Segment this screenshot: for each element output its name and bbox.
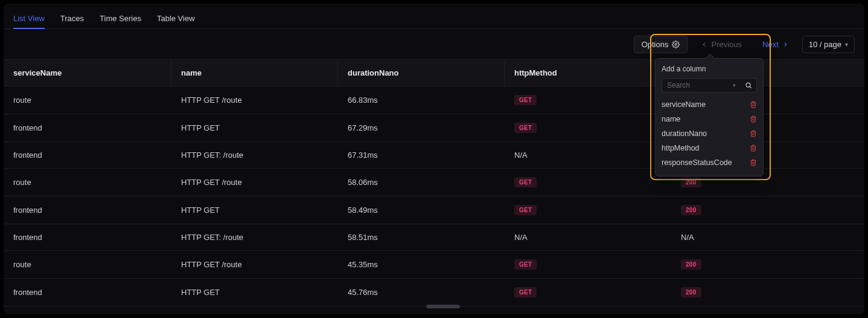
cell-serviceName: route	[4, 86, 171, 114]
svg-point-0	[675, 43, 677, 45]
cell-serviceName: frontend	[4, 307, 171, 314]
cell-name: HTTP GET /route	[171, 251, 338, 278]
cell-serviceName: route	[4, 251, 171, 278]
popover-title: Add a column	[662, 65, 757, 73]
tab-time-series[interactable]: Time Series	[100, 9, 141, 29]
column-chip[interactable]: serviceName	[662, 97, 757, 112]
cell-durationNano: 58.51ms	[338, 224, 505, 250]
cell-durationNano: 67.31ms	[338, 142, 505, 168]
cell-httpMethod: GET	[505, 86, 671, 114]
cell-serviceName: frontend	[4, 142, 171, 168]
status-code-badge: 200	[681, 287, 701, 297]
table-row[interactable]: frontendHTTP GET45.76msGET200	[4, 279, 864, 307]
status-code-badge: 200	[681, 205, 701, 215]
trash-icon[interactable]	[750, 115, 757, 123]
add-column-popover: Add a column ▾ serviceNamenamedurationNa…	[655, 58, 764, 177]
column-search-row: ▾	[662, 78, 757, 92]
tab-list-view[interactable]: List View	[13, 9, 45, 29]
cell-httpMethod: GET	[505, 169, 671, 196]
http-method-badge: GET	[514, 259, 537, 270]
cell-name: HTTP GET /route	[171, 169, 338, 196]
column-chip[interactable]: durationNano	[662, 126, 757, 141]
svg-point-1	[746, 83, 750, 87]
cell-name: HTTP GET: /route	[171, 224, 338, 250]
options-label: Options	[642, 40, 669, 49]
next-label: Next	[762, 40, 779, 49]
cell-serviceName: frontend	[4, 114, 171, 141]
col-durationNano[interactable]: durationNano	[338, 60, 505, 86]
cell-httpMethod: GET	[505, 251, 671, 278]
status-code-badge: 200	[681, 259, 701, 270]
cell-serviceName: frontend	[4, 196, 171, 224]
page-size-select[interactable]: 10 / page ▾	[802, 36, 855, 53]
cell-httpMethod: GET	[505, 196, 671, 224]
app-frame: List View Traces Time Series Table View …	[4, 4, 864, 314]
chevron-left-icon	[701, 41, 707, 48]
column-chip-label: responseStatusCode	[662, 158, 732, 167]
cell-serviceName: frontend	[4, 279, 171, 306]
cell-name: HTTP GET	[171, 114, 338, 141]
table-row[interactable]: frontendHTTP GET: /route58.51msN/AN/A	[4, 224, 864, 251]
chevron-right-icon	[782, 41, 789, 48]
cell-httpMethod: N/A	[505, 224, 671, 250]
previous-label: Previous	[711, 40, 742, 49]
previous-button[interactable]: Previous	[694, 36, 749, 53]
http-method-badge: GET	[514, 123, 537, 133]
gear-icon	[672, 41, 680, 48]
column-search-button[interactable]	[741, 78, 757, 92]
table-row[interactable]: frontendHTTP GET58.49msGET200	[4, 196, 864, 224]
cell-durationNano: 45.76ms	[338, 279, 505, 306]
cell-httpMethod: GET	[505, 114, 671, 141]
svg-line-2	[750, 86, 751, 88]
cell-responseStatusCode: 200	[671, 196, 864, 224]
column-chip-label: name	[662, 115, 680, 123]
col-httpMethod[interactable]: httpMethod	[505, 60, 671, 86]
search-icon	[745, 82, 752, 89]
view-tabs: List View Traces Time Series Table View	[4, 4, 864, 29]
cell-serviceName: frontend	[4, 224, 171, 250]
http-method-badge: GET	[514, 95, 537, 105]
cell-name: HTTP GET: /route	[171, 142, 338, 168]
cell-responseStatusCode: 200	[671, 279, 864, 306]
trash-icon[interactable]	[750, 130, 757, 137]
col-serviceName[interactable]: serviceName	[4, 60, 171, 86]
status-code-badge: 200	[681, 177, 701, 187]
cell-durationNano: 45.78ms	[338, 307, 505, 314]
column-chip[interactable]: httpMethod	[662, 141, 757, 155]
http-method-badge: GET	[514, 287, 537, 297]
cell-durationNano: 58.06ms	[338, 169, 505, 196]
column-search-input[interactable]	[662, 78, 744, 92]
cell-responseStatusCode: N/A	[671, 224, 864, 250]
cell-durationNano: 66.83ms	[338, 86, 505, 114]
col-name[interactable]: name	[171, 60, 338, 86]
http-method-badge: GET	[514, 205, 537, 215]
cell-name: HTTP GET: /route	[171, 307, 338, 314]
trash-icon[interactable]	[750, 159, 757, 166]
page-size-label: 10 / page	[809, 40, 841, 49]
tab-table-view[interactable]: Table View	[157, 9, 195, 29]
cell-durationNano: 58.49ms	[338, 196, 505, 224]
cell-responseStatusCode: 200	[671, 251, 864, 278]
cell-durationNano: 45.35ms	[338, 251, 505, 278]
table-row[interactable]: routeHTTP GET /route45.35msGET200	[4, 251, 864, 279]
cell-httpMethod: N/A	[505, 307, 671, 314]
next-button[interactable]: Next	[755, 36, 796, 53]
http-method-badge: GET	[514, 177, 537, 187]
horizontal-scrollbar-thumb[interactable]	[426, 305, 460, 308]
cell-name: HTTP GET /route	[171, 86, 338, 114]
column-chip-label: durationNano	[662, 129, 707, 138]
trash-icon[interactable]	[750, 144, 757, 152]
cell-name: HTTP GET	[171, 279, 338, 306]
tab-traces[interactable]: Traces	[60, 9, 84, 29]
chevron-down-icon: ▾	[845, 41, 848, 48]
selected-columns-list: serviceNamenamedurationNanohttpMethodres…	[662, 97, 757, 170]
options-button[interactable]: Options	[634, 36, 688, 53]
cell-serviceName: route	[4, 169, 171, 196]
toolbar: Options Previous Next 10 / page ▾	[4, 29, 864, 59]
column-chip[interactable]: name	[662, 112, 757, 126]
cell-name: HTTP GET	[171, 196, 338, 224]
column-chip-label: serviceName	[662, 100, 706, 109]
column-chip[interactable]: responseStatusCode	[662, 155, 757, 170]
trash-icon[interactable]	[750, 101, 757, 108]
cell-httpMethod: N/A	[505, 142, 671, 168]
